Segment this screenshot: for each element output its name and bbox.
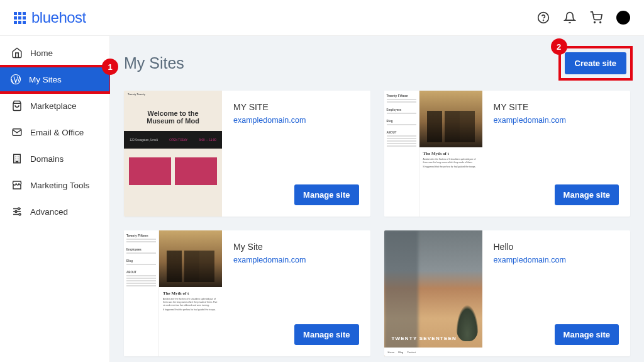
site-name: MY SITE: [494, 102, 619, 112]
manage-site-button[interactable]: Manage site: [555, 324, 619, 345]
sidebar-item-email-office[interactable]: Email & Office: [0, 119, 109, 145]
page-title: My Sites: [124, 54, 184, 72]
sidebar: Home My Sites 1 Marketplace Email & Offi…: [0, 36, 110, 362]
nav-label: Domains: [30, 154, 64, 164]
bell-icon[interactable]: [564, 11, 576, 24]
nav-label: Marketplace: [30, 101, 77, 111]
nav-label: Email & Office: [30, 128, 84, 137]
brand[interactable]: bluehost: [14, 9, 86, 26]
nav-label: Home: [30, 48, 53, 58]
site-name: My Site: [233, 242, 359, 252]
nav-label: Marketing Tools: [30, 181, 89, 190]
store-icon: [11, 179, 23, 191]
site-card: TWENTY SEVENTEEN HomeBlogContact Hello e…: [384, 230, 631, 356]
sidebar-item-advanced[interactable]: Advanced: [0, 198, 109, 225]
sidebar-item-domains[interactable]: Domains: [0, 145, 109, 172]
wordpress-icon: [10, 74, 21, 85]
cart-icon[interactable]: [590, 11, 602, 24]
brand-name: bluehost: [31, 9, 86, 26]
sidebar-item-marketing-tools[interactable]: Marketing Tools: [0, 172, 109, 198]
mail-icon: [11, 127, 23, 138]
manage-site-button[interactable]: Manage site: [294, 184, 358, 205]
svg-point-8: [15, 211, 17, 213]
site-thumbnail: Twenty Fifteen Employees Blog ABOUT The …: [124, 230, 222, 356]
bag-icon: [11, 100, 23, 111]
svg-point-2: [594, 22, 596, 23]
sites-grid: Twenty Twenty Welcome to theMuseum of Mo…: [124, 91, 630, 356]
create-site-button[interactable]: Create site: [565, 52, 626, 74]
avatar[interactable]: [616, 11, 630, 25]
manage-site-button[interactable]: Manage site: [555, 184, 619, 205]
site-domain-link[interactable]: exampledomain.com: [494, 116, 619, 125]
site-card: Twenty Twenty Welcome to theMuseum of Mo…: [124, 91, 370, 217]
svg-point-9: [19, 213, 21, 215]
building-icon: [11, 153, 23, 164]
annotation-badge-1: 1: [102, 59, 118, 75]
site-thumbnail: TWENTY SEVENTEEN HomeBlogContact: [384, 230, 482, 356]
nav-label: Advanced: [30, 207, 68, 217]
manage-site-button[interactable]: Manage site: [294, 324, 358, 345]
sidebar-item-home[interactable]: Home: [0, 40, 109, 66]
main: My Sites 2 Create site Twenty Twenty Wel…: [110, 36, 644, 362]
svg-point-1: [543, 20, 544, 21]
site-card: Twenty Fifteen Employees Blog ABOUT The …: [384, 91, 631, 217]
topbar-actions: [537, 11, 630, 25]
svg-point-7: [18, 208, 20, 210]
site-thumbnail: Twenty Twenty Welcome to theMuseum of Mo…: [124, 91, 222, 217]
site-name: Hello: [494, 242, 619, 252]
brand-grid-icon: [14, 12, 26, 24]
home-icon: [11, 47, 23, 59]
sidebar-item-marketplace[interactable]: Marketplace: [0, 93, 109, 119]
nav-label: My Sites: [29, 75, 62, 84]
site-thumbnail: Twenty Fifteen Employees Blog ABOUT The …: [384, 91, 482, 217]
svg-point-3: [600, 22, 601, 23]
create-site-highlight: 2 Create site: [561, 48, 630, 78]
site-domain-link[interactable]: exampledomain.com: [494, 256, 619, 264]
site-card: Twenty Fifteen Employees Blog ABOUT The …: [124, 230, 370, 356]
sliders-icon: [11, 206, 23, 217]
sidebar-item-my-sites[interactable]: My Sites 1: [0, 66, 111, 93]
annotation-badge-2: 2: [551, 38, 567, 55]
help-icon[interactable]: [537, 11, 550, 24]
main-header: My Sites 2 Create site: [124, 48, 630, 78]
site-domain-link[interactable]: exampledomain.com: [233, 116, 359, 125]
site-name: MY SITE: [233, 102, 359, 112]
site-domain-link[interactable]: exampledomain.com: [233, 256, 359, 264]
topbar: bluehost: [0, 0, 644, 36]
